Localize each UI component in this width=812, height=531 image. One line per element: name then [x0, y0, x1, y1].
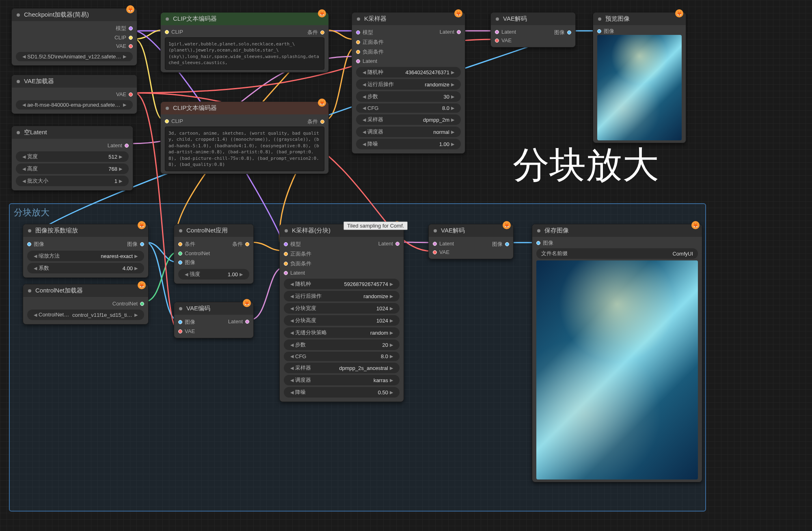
- badge-icon: 🦊: [138, 221, 146, 229]
- node-image-scale[interactable]: 🦊 图像按系数缩放 图像 图像 ◀缩放方法nearest-exact▶ ◀系数4…: [23, 224, 149, 278]
- prompt-input[interactable]: 1girl,water,bubble,planet,solo,necklace,…: [165, 37, 324, 70]
- badge-icon: 🦊: [503, 221, 511, 229]
- badge-icon: 🦊: [243, 299, 251, 307]
- node-title: VAE解码: [441, 227, 465, 234]
- node-title: 空Latent: [24, 129, 47, 136]
- page-title: 分块放大: [513, 140, 659, 190]
- node-controlnet-apply[interactable]: ControlNet应用 条件 ControlNet 图像 条件 ◀强度1.00…: [174, 224, 254, 284]
- ckpt-combo[interactable]: ◀SD1.5\2.5D\revAnimated_v122.safetensors…: [16, 52, 133, 61]
- node-checkpoint-loader[interactable]: 🦊 Checkpoint加载器(简易) 模型 CLIP VAE ◀SD1.5\2…: [11, 8, 137, 66]
- badge-icon: 🦊: [138, 281, 146, 289]
- vae-combo[interactable]: ◀ae-ft-mse-840000-ema-pruned.safetensors…: [16, 100, 133, 110]
- node-title: K采样器: [364, 15, 387, 23]
- node-clip-negative[interactable]: 🦊 CLIP文本编码器 CLIP 条件 3d, cartoon, anime, …: [160, 101, 329, 174]
- node-ksampler-tiled[interactable]: 🦊 K采样器(分块) 模型 正面条件 负面条件 Latent Latent ◀随…: [279, 224, 404, 402]
- badge-icon: 🦊: [126, 5, 134, 13]
- node-vae-loader[interactable]: VAE加载器 VAE ◀ae-ft-mse-840000-ema-pruned.…: [11, 75, 137, 114]
- badge-icon: 🦊: [454, 9, 462, 17]
- badge-icon: 🦊: [318, 9, 326, 17]
- node-clip-positive[interactable]: 🦊 CLIP文本编码器 CLIP 条件 1girl,water,bubble,p…: [160, 12, 329, 73]
- node-title: Checkpoint加载器(简易): [24, 11, 89, 19]
- node-title: ControlNet加载器: [35, 287, 83, 295]
- node-title: VAE加载器: [24, 77, 54, 85]
- node-title: ControlNet应用: [186, 227, 228, 234]
- node-title: 图像按系数缩放: [35, 227, 78, 234]
- preview-image: [597, 35, 682, 140]
- node-vae-decode-2[interactable]: 🦊 VAE解码 Latent VAE 图像: [428, 224, 514, 259]
- group-title: 分块放大: [10, 204, 705, 221]
- node-ksampler[interactable]: 🦊 K采样器 模型 正面条件 负面条件 Latent Latent ◀随机种43…: [352, 12, 465, 154]
- node-title: VAE解码: [503, 15, 527, 23]
- badge-icon: 🦊: [691, 221, 700, 229]
- negative-prompt-input[interactable]: 3d, cartoon, anime, sketches, (worst qua…: [165, 127, 324, 171]
- node-title: VAE编码: [186, 305, 210, 312]
- badge-icon: 🦊: [675, 9, 683, 17]
- saved-image: [536, 260, 698, 479]
- node-title: 保存图像: [544, 227, 569, 234]
- node-title: K采样器(分块): [292, 227, 330, 234]
- node-title: 预览图像: [605, 15, 630, 23]
- node-preview-image[interactable]: 🦊 预览图像 图像: [593, 12, 686, 143]
- badge-icon: 🦊: [318, 99, 326, 107]
- node-vae-encode[interactable]: 🦊 VAE编码 图像 VAE Latent: [174, 302, 254, 338]
- node-controlnet-loader[interactable]: 🦊 ControlNet加载器 ControlNet ◀ControlNet名称…: [23, 284, 149, 325]
- node-title: CLIP文本编码器: [173, 104, 217, 112]
- canvas[interactable]: 分块放大 分块放大 Tiled sampling for Comf. 🦊 Che…: [0, 0, 812, 531]
- node-empty-latent[interactable]: 空Latent Latent ◀宽度512▶ ◀高度768▶ ◀批次大小1▶: [11, 126, 133, 191]
- node-save-image[interactable]: 🦊 保存图像 图像 文件名前缀ComfyUI: [532, 224, 702, 482]
- node-vae-decode[interactable]: VAE解码 Latent VAE 图像: [490, 12, 576, 47]
- node-title: CLIP文本编码器: [173, 15, 217, 23]
- tooltip: Tiled sampling for Comf.: [343, 221, 408, 230]
